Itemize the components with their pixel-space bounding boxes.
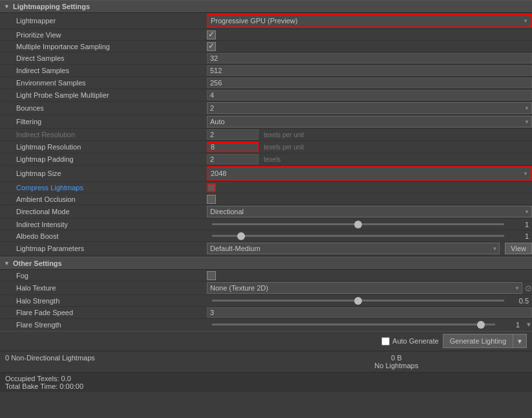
light-probe-input[interactable] — [207, 90, 532, 100]
indirect-resolution-label: Indirect Resolution — [0, 131, 207, 138]
filtering-dropdown-wrapper[interactable]: Auto None Manual — [207, 116, 532, 127]
lightmaps-count: 0 Non-Directional Lightmaps — [5, 354, 266, 362]
environment-samples-label: Environment Samples — [0, 79, 207, 87]
indirect-resolution-value: texels per unit — [207, 129, 532, 140]
directional-mode-row: Directional Mode Directional Non-Directi… — [0, 205, 532, 219]
view-button[interactable]: View — [505, 243, 532, 254]
lightmap-resolution-label: Lightmap Resolution — [0, 143, 207, 151]
bounces-dropdown-wrapper[interactable]: 1 2 3 4 — [207, 102, 532, 114]
lightmap-resolution-row: Lightmap Resolution texels per unit — [0, 141, 532, 153]
other-settings-section-title: Other Settings — [13, 259, 62, 267]
halo-strength-label: Halo Strength — [0, 297, 207, 305]
auto-generate-checkbox[interactable] — [381, 337, 390, 346]
halo-strength-track[interactable] — [212, 300, 504, 302]
prioritize-view-label: Prioritize View — [0, 31, 207, 39]
lightmap-size-label: Lightmap Size — [0, 170, 207, 177]
indirect-intensity-label: Indirect Intensity — [0, 221, 207, 228]
direct-samples-value — [207, 53, 532, 63]
lightmapper-row: Lightmapper Progressive GPU (Preview) Pr… — [0, 13, 532, 29]
halo-strength-val: 0.5 — [509, 297, 529, 305]
indirect-samples-input[interactable] — [207, 65, 532, 76]
flare-strength-value: 1 ▼ — [207, 321, 532, 329]
lightmap-size-dropdown-wrapper[interactable]: 256 512 1024 2048 4096 — [207, 166, 532, 181]
directional-mode-dropdown-wrapper[interactable]: Directional Non-Directional — [207, 206, 532, 217]
flare-strength-row: Flare Strength 1 ▼ — [0, 319, 532, 331]
compress-lightmaps-checkbox[interactable] — [207, 183, 216, 192]
indirect-resolution-input[interactable] — [207, 129, 259, 140]
occupied-texels: Occupied Texels: 0.0 — [5, 375, 527, 382]
generate-lighting-dropdown-button[interactable]: ▼ — [513, 334, 527, 348]
indirect-intensity-track[interactable] — [212, 223, 504, 225]
generate-lighting-wrapper: Generate Lighting ▼ — [443, 334, 527, 348]
footer-bar: Occupied Texels: 0.0 Total Bake Time: 0:… — [0, 372, 532, 392]
direct-samples-label: Direct Samples — [0, 54, 207, 62]
lightmapper-dropdown-wrapper[interactable]: Progressive GPU (Preview) Progressive CP… — [207, 14, 532, 28]
ambient-occlusion-row: Ambient Occlusion — [0, 193, 532, 205]
multiple-importance-checkbox[interactable] — [207, 42, 216, 51]
lightmapping-section-header[interactable]: ▼ Lightmapping Settings — [0, 0, 532, 13]
albedo-boost-track[interactable] — [212, 235, 504, 237]
albedo-boost-value: 1 — [207, 232, 532, 240]
directional-mode-value: Directional Non-Directional — [207, 206, 532, 217]
indirect-resolution-row: Indirect Resolution texels per unit — [0, 129, 532, 141]
lightmap-resolution-input[interactable] — [207, 142, 259, 152]
light-probe-row: Light Probe Sample Multiplier — [0, 89, 532, 102]
lightmap-params-label: Lightmap Parameters — [0, 245, 207, 252]
lightmap-padding-row: Lightmap Padding texels — [0, 153, 532, 166]
prioritize-view-row: Prioritize View — [0, 29, 532, 41]
lightmap-params-select[interactable]: Default-Medium HighResolution LowResolut… — [207, 243, 500, 254]
other-settings-section-header[interactable]: ▼ Other Settings — [0, 257, 532, 270]
directional-mode-select[interactable]: Directional Non-Directional — [207, 206, 532, 217]
bounces-select[interactable]: 1 2 3 4 — [207, 102, 532, 114]
lightmapping-section-title: Lightmapping Settings — [13, 3, 90, 10]
flare-strength-arrow-icon[interactable]: ▼ — [526, 321, 532, 328]
halo-texture-row: Halo Texture None (Texture 2D) ⊙ — [0, 281, 532, 295]
generate-lighting-button[interactable]: Generate Lighting — [443, 334, 513, 348]
filtering-select[interactable]: Auto None Manual — [207, 116, 532, 127]
filtering-value: Auto None Manual — [207, 116, 532, 127]
indirect-samples-value — [207, 65, 532, 76]
lightmap-padding-input[interactable] — [207, 154, 259, 164]
lightmapper-select[interactable]: Progressive GPU (Preview) Progressive CP… — [208, 15, 531, 27]
lightmap-params-value: Default-Medium HighResolution LowResolut… — [207, 243, 532, 254]
halo-texture-dropdown-wrapper[interactable]: None (Texture 2D) — [207, 282, 522, 294]
flare-strength-track[interactable] — [212, 324, 495, 325]
halo-texture-pick-icon[interactable]: ⊙ — [525, 283, 532, 293]
lightmap-params-dropdown-wrapper[interactable]: Default-Medium HighResolution LowResolut… — [207, 243, 500, 254]
environment-samples-value — [207, 78, 532, 88]
fog-value — [207, 271, 532, 280]
indirect-samples-label: Indirect Samples — [0, 67, 207, 74]
collapse-triangle-icon: ▼ — [4, 3, 10, 10]
halo-strength-row: Halo Strength 0.5 — [0, 295, 532, 307]
compress-lightmaps-value — [207, 183, 532, 192]
direct-samples-input[interactable] — [207, 53, 532, 63]
stats-lightmaps: 0 Non-Directional Lightmaps — [5, 354, 266, 369]
multiple-importance-row: Multiple Importance Sampling — [0, 41, 532, 52]
indirect-resolution-unit: texels per unit — [264, 131, 304, 138]
ambient-occlusion-checkbox[interactable] — [207, 195, 216, 204]
fog-row: Fog — [0, 270, 532, 281]
ambient-occlusion-value — [207, 195, 532, 204]
no-lightmaps-label: No Lightmaps — [266, 362, 527, 369]
bounces-value: 1 2 3 4 — [207, 102, 532, 114]
fog-checkbox[interactable] — [207, 271, 216, 280]
flare-fade-speed-row: Flare Fade Speed — [0, 307, 532, 319]
indirect-intensity-val: 1 — [509, 221, 529, 228]
flare-strength-val: 1 — [500, 321, 520, 329]
filtering-label: Filtering — [0, 118, 207, 126]
lightmapper-value: Progressive GPU (Preview) Progressive CP… — [207, 14, 532, 28]
filtering-row: Filtering Auto None Manual — [0, 115, 532, 129]
flare-fade-speed-label: Flare Fade Speed — [0, 309, 207, 316]
flare-fade-speed-input[interactable] — [207, 307, 532, 318]
lightmap-size-value: 256 512 1024 2048 4096 — [207, 166, 532, 181]
environment-samples-input[interactable] — [207, 78, 532, 88]
compress-lightmaps-label[interactable]: Compress Lightmaps — [0, 184, 207, 192]
albedo-boost-row: Albedo Boost 1 — [0, 230, 532, 242]
prioritize-view-value — [207, 30, 532, 39]
bake-time: Total Bake Time: 0:00:00 — [5, 382, 527, 390]
lightmap-size-select[interactable]: 256 512 1024 2048 4096 — [208, 168, 531, 179]
indirect-intensity-value: 1 — [207, 221, 532, 228]
lightmapper-label: Lightmapper — [0, 17, 207, 25]
prioritize-view-checkbox[interactable] — [207, 30, 216, 39]
halo-texture-select[interactable]: None (Texture 2D) — [207, 282, 522, 294]
